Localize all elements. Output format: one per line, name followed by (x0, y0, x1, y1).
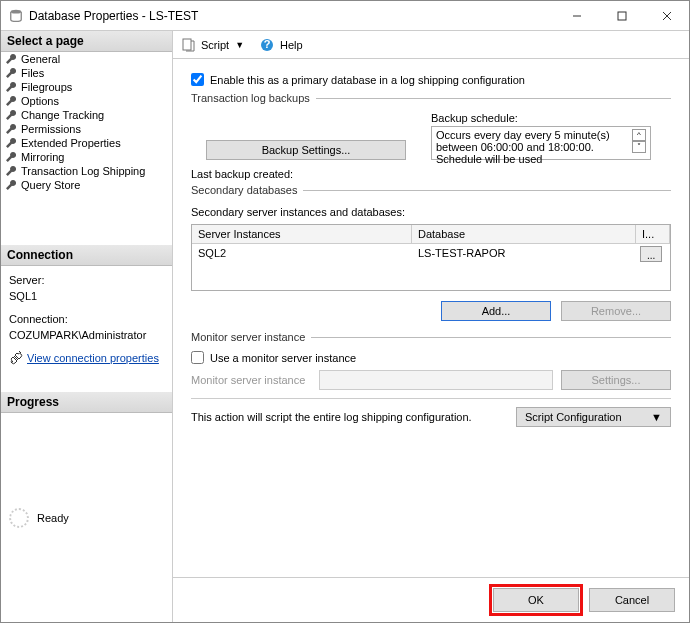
wrench-icon (5, 53, 17, 65)
cell-server: SQL2 (192, 244, 412, 264)
script-note: This action will script the entire log s… (191, 411, 506, 423)
txlog-group-label: Transaction log backups (191, 92, 310, 104)
close-button[interactable] (644, 1, 689, 30)
monitor-instance-label: Monitor server instance (191, 374, 311, 386)
enable-primary-label: Enable this as a primary database in a l… (210, 74, 525, 86)
wrench-icon (5, 109, 17, 121)
help-button[interactable]: Help (280, 39, 303, 51)
progress-header: Progress (1, 392, 172, 413)
script-configuration-button[interactable]: Script Configuration▼ (516, 407, 671, 427)
col-database[interactable]: Database (412, 225, 636, 243)
select-page-header: Select a page (1, 31, 172, 52)
wrench-icon (5, 95, 17, 107)
window: Database Properties - LS-TEST Select a p… (0, 0, 690, 623)
database-icon (9, 9, 23, 23)
chevron-down-icon: ▼ (651, 411, 662, 423)
secondary-group-label: Secondary databases (191, 184, 297, 196)
page-transaction-log-shipping[interactable]: Transaction Log Shipping (1, 164, 172, 178)
server-value: SQL1 (9, 288, 164, 305)
table-row[interactable]: SQL2 LS-TEST-RAPOR ... (192, 244, 670, 264)
backup-schedule-label: Backup schedule: (431, 112, 671, 124)
body: Select a page General Files Filegroups O… (1, 31, 689, 622)
script-button[interactable]: Script (201, 39, 229, 51)
wrench-icon (5, 165, 17, 177)
toolbar: Script ▼ ? Help (173, 31, 689, 59)
script-icon (181, 38, 195, 52)
titlebar: Database Properties - LS-TEST (1, 1, 689, 31)
connection-icon (9, 351, 23, 365)
chevron-down-icon[interactable]: ▼ (235, 40, 244, 50)
connection-header: Connection (1, 245, 172, 266)
cell-database: LS-TEST-RAPOR (412, 244, 636, 264)
wrench-icon (5, 123, 17, 135)
page-general[interactable]: General (1, 52, 172, 66)
main: Script ▼ ? Help Enable this as a primary… (173, 31, 689, 622)
schedule-scrollbar[interactable]: ^˅ (632, 129, 646, 153)
secondary-desc: Secondary server instances and databases… (191, 206, 671, 218)
col-extra[interactable]: I... (636, 225, 670, 243)
cancel-button[interactable]: Cancel (589, 588, 675, 612)
connection-value: COZUMPARK\Administrator (9, 327, 164, 344)
col-server-instances[interactable]: Server Instances (192, 225, 412, 243)
backup-settings-button[interactable]: Backup Settings... (206, 140, 406, 160)
progress-status: Ready (37, 512, 69, 524)
help-icon: ? (260, 38, 274, 52)
svg-rect-2 (618, 12, 626, 20)
add-button[interactable]: Add... (441, 301, 551, 321)
connection-label: Connection: (9, 311, 164, 328)
ok-button[interactable]: OK (493, 588, 579, 612)
wrench-icon (5, 179, 17, 191)
page-extended-properties[interactable]: Extended Properties (1, 136, 172, 150)
page-options[interactable]: Options (1, 94, 172, 108)
page-files[interactable]: Files (1, 66, 172, 80)
page-change-tracking[interactable]: Change Tracking (1, 108, 172, 122)
maximize-button[interactable] (599, 1, 644, 30)
monitor-group-label: Monitor server instance (191, 331, 305, 343)
connection-panel: Server: SQL1 Connection: COZUMPARK\Admin… (1, 266, 172, 373)
svg-point-0 (11, 9, 22, 13)
settings-button[interactable]: Settings... (561, 370, 671, 390)
progress-panel: Ready (1, 413, 172, 622)
page-query-store[interactable]: Query Store (1, 178, 172, 192)
page-list: General Files Filegroups Options Change … (1, 52, 172, 245)
sidebar: Select a page General Files Filegroups O… (1, 31, 173, 622)
spinner-icon (9, 508, 29, 528)
view-connection-properties[interactable]: View connection properties (9, 350, 164, 367)
page-permissions[interactable]: Permissions (1, 122, 172, 136)
last-backup-label: Last backup created: (191, 168, 671, 180)
remove-button[interactable]: Remove... (561, 301, 671, 321)
use-monitor-checkbox[interactable] (191, 351, 204, 364)
monitor-instance-input (319, 370, 553, 390)
backup-schedule-box: Occurs every day every 5 minute(s) betwe… (431, 126, 651, 160)
content: Enable this as a primary database in a l… (173, 59, 689, 577)
window-title: Database Properties - LS-TEST (29, 9, 554, 23)
use-monitor-label: Use a monitor server instance (210, 352, 356, 364)
minimize-button[interactable] (554, 1, 599, 30)
ellipsis-button[interactable]: ... (640, 246, 662, 262)
wrench-icon (5, 67, 17, 79)
server-label: Server: (9, 272, 164, 289)
backup-schedule-text: Occurs every day every 5 minute(s) betwe… (436, 129, 632, 165)
svg-text:?: ? (264, 38, 271, 50)
enable-primary-checkbox[interactable] (191, 73, 204, 86)
svg-rect-5 (183, 39, 191, 50)
wrench-icon (5, 137, 17, 149)
wrench-icon (5, 81, 17, 93)
footer: OK Cancel (173, 577, 689, 622)
secondary-table: Server Instances Database I... SQL2 LS-T… (191, 224, 671, 291)
page-mirroring[interactable]: Mirroring (1, 150, 172, 164)
page-filegroups[interactable]: Filegroups (1, 80, 172, 94)
wrench-icon (5, 151, 17, 163)
